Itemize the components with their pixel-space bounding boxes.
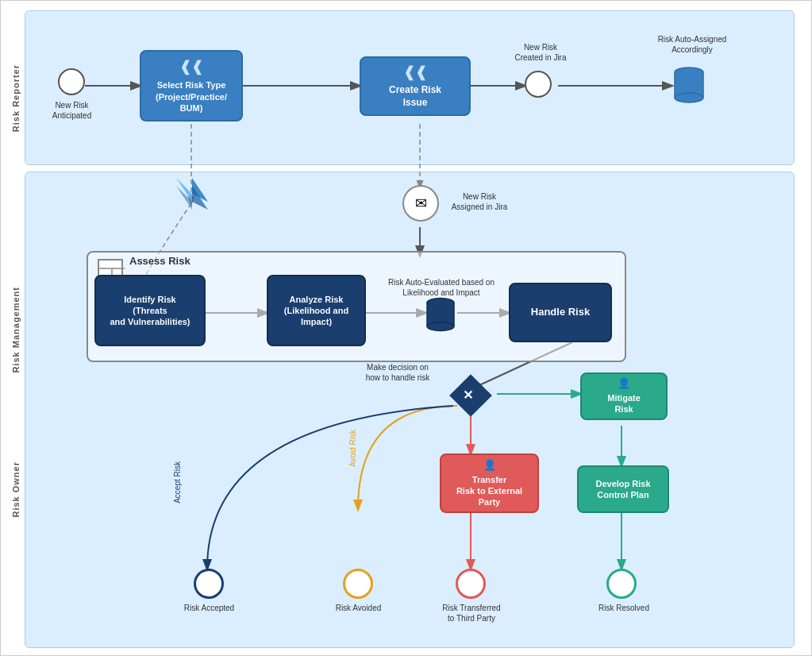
new-risk-created-jira-label: New Risk Created in Jira — [509, 42, 572, 63]
lane-bottom — [25, 172, 795, 648]
risk-resolved-label: Risk Resolved — [592, 603, 656, 613]
accept-risk-label: Accept Risk — [172, 461, 183, 504]
svg-point-18 — [675, 93, 703, 102]
svg-marker-22 — [192, 186, 208, 210]
transfer-risk-box[interactable]: 👤 Transfer Risk to External Party — [440, 453, 539, 513]
email-event-circle: ✉ — [402, 185, 439, 222]
assess-risk-label: Assess Risk — [129, 255, 190, 267]
risk-accepted-label: Risk Accepted — [175, 603, 243, 613]
risk-auto-assigned-label: Risk Auto-Assigned Accordingly — [656, 34, 728, 55]
risk-avoided-circle — [343, 569, 373, 599]
lane-management-label: Risk Management — [11, 287, 21, 373]
develop-control-plan-box[interactable]: Develop Risk Control Plan — [577, 465, 669, 513]
identify-risk-box[interactable]: Identify Risk (Threats and Vulnerabiliti… — [94, 275, 206, 346]
make-decision-label: Make decision on how to handle risk — [342, 362, 453, 383]
lane-owner-label: Risk Owner — [11, 461, 21, 518]
mitigate-risk-label: Mitigate Risk — [607, 392, 641, 415]
svg-marker-23 — [176, 178, 192, 202]
assess-db-icon — [425, 297, 456, 334]
analyze-risk-label: Analyze Risk (Likelihood and Impact) — [284, 294, 348, 328]
decision-x: ✕ — [463, 388, 473, 403]
jira-logo-top — [172, 174, 212, 214]
mitigate-risk-box[interactable]: 👤 Mitigate Risk — [580, 372, 668, 420]
handle-risk-label: Handle Risk — [531, 306, 590, 319]
risk-avoided-label: Risk Avoided — [325, 603, 392, 613]
new-risk-assigned-jira-label: New Risk Assigned in Jira — [444, 191, 515, 212]
risk-created-circle — [525, 71, 552, 98]
develop-control-plan-label: Develop Risk Control Plan — [595, 478, 650, 501]
handle-risk-box[interactable]: Handle Risk — [509, 283, 612, 342]
risk-transferred-label: Risk Transferred to Third Party — [432, 603, 511, 623]
create-risk-issue-label: Create Risk Issue — [389, 84, 441, 109]
select-risk-type-label: Select Risk Type (Project/Practice/ BUM) — [156, 79, 227, 114]
transfer-risk-label: Transfer Risk to External Party — [456, 474, 522, 508]
diagram-container: { "title": "Risk Management Process Flow… — [0, 0, 812, 656]
new-risk-anticipated-label: New Risk Anticipated — [42, 100, 102, 121]
avoid-risk-label: Avoid Risk — [348, 430, 358, 467]
risk-auto-assigned-db — [673, 66, 705, 106]
lane-reporter-label: Risk Reporter — [11, 64, 21, 132]
identify-risk-label: Identify Risk (Threats and Vulnerabiliti… — [110, 294, 190, 328]
start-event-circle — [58, 68, 85, 95]
risk-resolved-circle — [606, 569, 637, 599]
risk-auto-evaluated-label: Risk Auto-Evaluated based on Likelihood … — [378, 277, 505, 298]
risk-transferred-circle — [456, 569, 486, 599]
analyze-risk-box[interactable]: Analyze Risk (Likelihood and Impact) — [267, 275, 366, 346]
risk-accepted-circle — [194, 569, 224, 599]
select-risk-type-box[interactable]: ❰❰ Select Risk Type (Project/Practice/ B… — [140, 50, 243, 122]
create-risk-issue-box[interactable]: ❰❰ Create Risk Issue — [360, 56, 471, 116]
svg-point-29 — [427, 322, 454, 331]
